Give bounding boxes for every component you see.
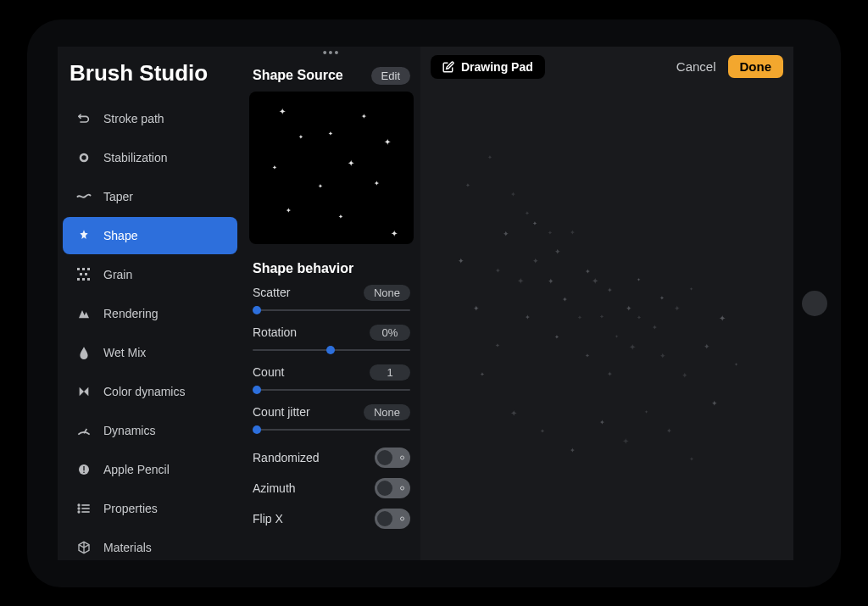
sidebar-item-taper[interactable]: Taper — [63, 178, 237, 215]
toggle-row-randomized: Randomized — [249, 442, 414, 473]
svg-rect-8 — [87, 278, 90, 281]
slider-track[interactable] — [253, 424, 410, 436]
sparkle-icon: ✦ — [577, 314, 582, 321]
sliders-container: ScatterNoneRotation0%Count1Count jitterN… — [249, 283, 414, 442]
slider-thumb[interactable] — [253, 306, 261, 314]
tablet-frame: Brush Studio Stroke pathStabilizationTap… — [27, 19, 841, 587]
wetmix-icon — [76, 345, 92, 360]
sidebar-item-applepencil[interactable]: Apple Pencil — [63, 451, 237, 488]
svg-rect-11 — [83, 466, 84, 470]
sparkle-icon: ✦ — [570, 447, 576, 454]
sidebar-item-label: Dynamics — [103, 424, 155, 437]
sparkle-icon: ✦ — [734, 361, 738, 367]
svg-rect-1 — [77, 268, 80, 270]
sidebar-item-stabilization[interactable]: Stabilization — [63, 139, 237, 176]
slider-label: Count jitter — [253, 405, 310, 419]
svg-point-18 — [78, 511, 80, 513]
slider-rotation: Rotation0% — [249, 323, 414, 361]
slider-track[interactable] — [253, 344, 410, 356]
cancel-button[interactable]: Cancel — [676, 59, 716, 74]
sparkle-icon: ✦ — [644, 409, 648, 414]
sidebar-item-label: Taper — [103, 190, 133, 203]
sparkle-icon: ✦ — [487, 153, 492, 161]
toggle-switch[interactable] — [375, 509, 410, 529]
app-title: Brush Studio — [58, 53, 242, 100]
shape-source-preview[interactable]: ✦ ✦ ✦ ✦ ✦ ✦ ✦ ✦ ✦ ✦ ✦ ✦ — [249, 92, 414, 244]
sidebar-item-colordynamics[interactable]: Color dynamics — [63, 373, 237, 410]
sparkle-icon: ✦ — [674, 304, 681, 313]
slider-track[interactable] — [253, 384, 410, 396]
sparkle-icon: ✦ — [607, 370, 613, 378]
toggle-switch[interactable] — [375, 448, 410, 468]
slider-value[interactable]: 0% — [370, 325, 410, 341]
slider-thumb[interactable] — [253, 386, 261, 394]
drawing-canvas[interactable]: ✦✦✦✦✦✦✦✦✦✦✦✦✦✦✦✦✦✦✦✦✦✦✦✦✦✦✦✦✦✦✦✦✦✦✦✦✦✦✦✦… — [420, 87, 793, 560]
home-button[interactable] — [802, 291, 827, 316]
applepencil-icon — [76, 462, 92, 477]
toggle-row-flipx: Flip X — [249, 503, 414, 534]
slider-count-jitter: Count jitterNone — [249, 403, 414, 441]
dynamics-icon — [76, 423, 92, 438]
sparkle-icon: ✦ — [532, 257, 539, 265]
done-button[interactable]: Done — [728, 55, 784, 78]
rendering-icon — [76, 306, 92, 321]
sidebar-item-dynamics[interactable]: Dynamics — [63, 412, 237, 449]
sidebar-item-label: Materials — [103, 541, 152, 554]
sidebar-item-grain[interactable]: Grain — [63, 256, 237, 293]
sidebar-item-label: Grain — [103, 268, 132, 281]
sparkle-icon: ✦ — [510, 409, 517, 418]
slider-label: Rotation — [253, 325, 297, 339]
sparkle-icon: ✦ — [659, 352, 666, 360]
svg-point-17 — [78, 508, 80, 509]
sparkle-icon: ✦ — [480, 370, 485, 378]
slider-value[interactable]: None — [364, 404, 410, 420]
sidebar-item-label: Stabilization — [103, 151, 168, 164]
sidebar-item-rendering[interactable]: Rendering — [63, 295, 237, 332]
slider-track[interactable] — [253, 304, 410, 316]
stabilization-icon — [76, 150, 92, 165]
sparkle-icon: ✦ — [517, 276, 524, 286]
sidebar-item-properties[interactable]: Properties — [63, 490, 237, 527]
sidebar-item-stroke-path[interactable]: Stroke path — [63, 100, 237, 137]
taper-icon — [76, 189, 92, 204]
sparkle-icon: ✦ — [607, 286, 613, 294]
sparkle-icon: ✦ — [525, 314, 531, 321]
sparkle-icon: ✦ — [626, 304, 632, 313]
svg-rect-7 — [82, 278, 85, 281]
sidebar-item-label: Apple Pencil — [103, 463, 170, 476]
slider-count: Count1 — [249, 363, 414, 401]
sparkle-icon: ✦ — [548, 229, 553, 236]
sidebar-item-label: Rendering — [103, 307, 159, 320]
slider-thumb[interactable] — [326, 346, 335, 354]
sidebar-item-materials[interactable]: Materials — [63, 529, 237, 560]
drag-handle-icon[interactable]: ••• — [249, 47, 414, 62]
svg-rect-12 — [83, 471, 84, 472]
slider-thumb[interactable] — [253, 425, 261, 434]
svg-rect-2 — [82, 268, 85, 270]
sidebar-item-label: Color dynamics — [103, 385, 185, 398]
sidebar-item-wetmix[interactable]: Wet Mix — [63, 334, 237, 371]
edit-button[interactable]: Edit — [371, 67, 410, 85]
sparkle-icon: ✦ — [532, 220, 537, 227]
shape-source-title: Shape Source — [253, 68, 343, 83]
slider-value[interactable]: None — [364, 285, 410, 301]
sparkle-icon: ✦ — [495, 342, 500, 349]
svg-rect-4 — [80, 273, 82, 275]
svg-rect-5 — [85, 273, 87, 275]
toggle-label: Azimuth — [253, 481, 296, 495]
sparkle-icon: ✦ — [585, 352, 590, 359]
properties-icon — [76, 501, 92, 516]
sparkle-icon: ✦ — [652, 324, 658, 331]
slider-label: Count — [253, 365, 284, 379]
slider-value[interactable]: 1 — [370, 364, 410, 381]
slider-label: Scatter — [253, 286, 290, 299]
sparkle-icon: ✦ — [689, 286, 693, 292]
svg-rect-3 — [87, 268, 90, 270]
sparkle-icon: ✦ — [554, 333, 559, 341]
drawing-pad-button[interactable]: Drawing Pad — [431, 55, 545, 79]
sparkle-icon: ✦ — [525, 210, 530, 217]
sidebar-item-shape[interactable]: Shape — [63, 217, 237, 254]
toggle-switch[interactable] — [375, 478, 410, 498]
sparkle-icon: ✦ — [704, 342, 710, 351]
shape-source-header: Shape Source Edit — [249, 62, 414, 92]
